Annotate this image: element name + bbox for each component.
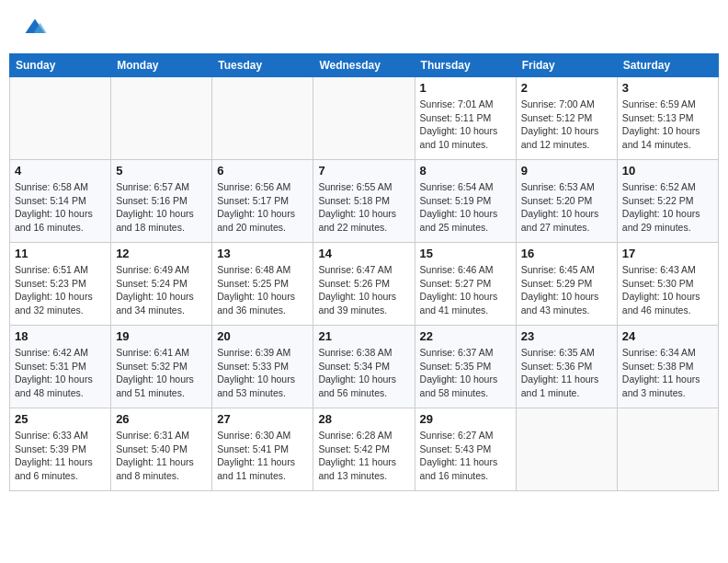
day-info: Sunrise: 7:00 AMSunset: 5:12 PMDaylight:…: [521, 98, 612, 152]
calendar-cell: 7Sunrise: 6:55 AMSunset: 5:18 PMDaylight…: [313, 160, 415, 243]
day-info: Sunrise: 6:42 AMSunset: 5:31 PMDaylight:…: [15, 346, 106, 400]
calendar-cell: 17Sunrise: 6:43 AMSunset: 5:30 PMDayligh…: [617, 243, 718, 326]
day-info: Sunrise: 6:57 AMSunset: 5:16 PMDaylight:…: [116, 180, 207, 235]
day-info: Sunrise: 6:43 AMSunset: 5:30 PMDaylight:…: [622, 263, 713, 317]
week-row-4: 18Sunrise: 6:42 AMSunset: 5:31 PMDayligh…: [10, 326, 719, 408]
day-info: Sunrise: 6:54 AMSunset: 5:19 PMDaylight:…: [420, 180, 511, 235]
logo: [18, 14, 48, 40]
week-row-5: 25Sunrise: 6:33 AMSunset: 5:39 PMDayligh…: [10, 408, 719, 491]
calendar-cell: 22Sunrise: 6:37 AMSunset: 5:35 PMDayligh…: [415, 326, 516, 408]
calendar-cell: 13Sunrise: 6:48 AMSunset: 5:25 PMDayligh…: [212, 243, 313, 326]
day-info: Sunrise: 6:55 AMSunset: 5:18 PMDaylight:…: [318, 180, 409, 235]
calendar-cell: 20Sunrise: 6:39 AMSunset: 5:33 PMDayligh…: [212, 326, 313, 408]
calendar-cell: 4Sunrise: 6:58 AMSunset: 5:14 PMDaylight…: [10, 160, 111, 243]
calendar-cell: [313, 77, 415, 160]
day-info: Sunrise: 6:37 AMSunset: 5:35 PMDaylight:…: [420, 346, 511, 400]
day-number: 1: [420, 81, 511, 95]
day-info: Sunrise: 6:27 AMSunset: 5:43 PMDaylight:…: [420, 429, 511, 483]
calendar-cell: 6Sunrise: 6:56 AMSunset: 5:17 PMDaylight…: [212, 160, 313, 243]
day-info: Sunrise: 6:51 AMSunset: 5:23 PMDaylight:…: [15, 263, 106, 317]
calendar-cell: [212, 77, 313, 160]
day-number: 11: [15, 247, 106, 260]
day-number: 4: [15, 164, 106, 178]
day-number: 25: [15, 412, 106, 426]
day-info: Sunrise: 6:59 AMSunset: 5:13 PMDaylight:…: [622, 98, 713, 152]
calendar-cell: 9Sunrise: 6:53 AMSunset: 5:20 PMDaylight…: [516, 160, 617, 243]
header: [9, 9, 719, 44]
day-header-wednesday: Wednesday: [313, 54, 415, 77]
day-number: 6: [217, 164, 308, 178]
calendar-cell: 5Sunrise: 6:57 AMSunset: 5:16 PMDaylight…: [111, 160, 212, 243]
day-number: 29: [420, 412, 511, 426]
day-info: Sunrise: 6:45 AMSunset: 5:29 PMDaylight:…: [521, 263, 612, 317]
calendar-header-row: SundayMondayTuesdayWednesdayThursdayFrid…: [10, 54, 719, 77]
calendar-cell: 3Sunrise: 6:59 AMSunset: 5:13 PMDaylight…: [617, 77, 718, 160]
day-info: Sunrise: 6:53 AMSunset: 5:20 PMDaylight:…: [521, 180, 612, 235]
day-info: Sunrise: 6:33 AMSunset: 5:39 PMDaylight:…: [15, 429, 106, 483]
day-number: 10: [622, 164, 713, 178]
day-number: 12: [116, 247, 207, 260]
day-number: 9: [521, 164, 612, 178]
day-number: 23: [521, 329, 612, 343]
calendar-cell: 29Sunrise: 6:27 AMSunset: 5:43 PMDayligh…: [415, 408, 516, 491]
day-info: Sunrise: 6:58 AMSunset: 5:14 PMDaylight:…: [15, 180, 106, 235]
calendar-cell: 16Sunrise: 6:45 AMSunset: 5:29 PMDayligh…: [516, 243, 617, 326]
calendar-cell: 25Sunrise: 6:33 AMSunset: 5:39 PMDayligh…: [10, 408, 111, 491]
day-info: Sunrise: 6:41 AMSunset: 5:32 PMDaylight:…: [116, 346, 207, 400]
day-info: Sunrise: 6:52 AMSunset: 5:22 PMDaylight:…: [622, 180, 713, 235]
day-info: Sunrise: 6:47 AMSunset: 5:26 PMDaylight:…: [318, 263, 409, 317]
day-header-tuesday: Tuesday: [212, 54, 313, 77]
calendar-cell: 12Sunrise: 6:49 AMSunset: 5:24 PMDayligh…: [111, 243, 212, 326]
calendar-cell: 8Sunrise: 6:54 AMSunset: 5:19 PMDaylight…: [415, 160, 516, 243]
day-number: 2: [521, 81, 612, 95]
calendar-cell: 28Sunrise: 6:28 AMSunset: 5:42 PMDayligh…: [313, 408, 415, 491]
day-number: 19: [116, 329, 207, 343]
calendar-cell: [617, 408, 718, 491]
day-info: Sunrise: 6:46 AMSunset: 5:27 PMDaylight:…: [420, 263, 511, 317]
calendar-cell: 27Sunrise: 6:30 AMSunset: 5:41 PMDayligh…: [212, 408, 313, 491]
day-number: 18: [15, 329, 106, 343]
calendar-cell: 26Sunrise: 6:31 AMSunset: 5:40 PMDayligh…: [111, 408, 212, 491]
calendar-cell: 1Sunrise: 7:01 AMSunset: 5:11 PMDaylight…: [415, 77, 516, 160]
calendar-cell: 15Sunrise: 6:46 AMSunset: 5:27 PMDayligh…: [415, 243, 516, 326]
calendar-cell: 21Sunrise: 6:38 AMSunset: 5:34 PMDayligh…: [313, 326, 415, 408]
calendar-cell: 23Sunrise: 6:35 AMSunset: 5:36 PMDayligh…: [516, 326, 617, 408]
calendar-cell: [516, 408, 617, 491]
calendar-cell: 18Sunrise: 6:42 AMSunset: 5:31 PMDayligh…: [10, 326, 111, 408]
day-info: Sunrise: 6:34 AMSunset: 5:38 PMDaylight:…: [622, 346, 713, 400]
calendar-cell: 10Sunrise: 6:52 AMSunset: 5:22 PMDayligh…: [617, 160, 718, 243]
day-number: 7: [318, 164, 409, 178]
calendar: SundayMondayTuesdayWednesdayThursdayFrid…: [9, 53, 719, 491]
day-number: 20: [217, 329, 308, 343]
day-header-thursday: Thursday: [415, 54, 516, 77]
day-header-sunday: Sunday: [10, 54, 111, 77]
week-row-3: 11Sunrise: 6:51 AMSunset: 5:23 PMDayligh…: [10, 243, 719, 326]
day-number: 28: [318, 412, 409, 426]
day-info: Sunrise: 6:56 AMSunset: 5:17 PMDaylight:…: [217, 180, 308, 235]
day-number: 21: [318, 329, 409, 343]
day-info: Sunrise: 6:49 AMSunset: 5:24 PMDaylight:…: [116, 263, 207, 317]
calendar-cell: 11Sunrise: 6:51 AMSunset: 5:23 PMDayligh…: [10, 243, 111, 326]
day-header-saturday: Saturday: [617, 54, 718, 77]
day-header-monday: Monday: [111, 54, 212, 77]
day-info: Sunrise: 7:01 AMSunset: 5:11 PMDaylight:…: [420, 98, 511, 152]
calendar-cell: 19Sunrise: 6:41 AMSunset: 5:32 PMDayligh…: [111, 326, 212, 408]
day-number: 13: [217, 247, 308, 260]
day-info: Sunrise: 6:31 AMSunset: 5:40 PMDaylight:…: [116, 429, 207, 483]
day-number: 27: [217, 412, 308, 426]
day-number: 14: [318, 247, 409, 260]
day-number: 3: [622, 81, 713, 95]
calendar-cell: [111, 77, 212, 160]
day-info: Sunrise: 6:35 AMSunset: 5:36 PMDaylight:…: [521, 346, 612, 400]
calendar-cell: 14Sunrise: 6:47 AMSunset: 5:26 PMDayligh…: [313, 243, 415, 326]
day-number: 8: [420, 164, 511, 178]
day-info: Sunrise: 6:28 AMSunset: 5:42 PMDaylight:…: [318, 429, 409, 483]
day-number: 26: [116, 412, 207, 426]
day-number: 16: [521, 247, 612, 260]
day-info: Sunrise: 6:38 AMSunset: 5:34 PMDaylight:…: [318, 346, 409, 400]
calendar-cell: [10, 77, 111, 160]
week-row-2: 4Sunrise: 6:58 AMSunset: 5:14 PMDaylight…: [10, 160, 719, 243]
logo-icon: [22, 14, 48, 40]
day-number: 5: [116, 164, 207, 178]
calendar-cell: 2Sunrise: 7:00 AMSunset: 5:12 PMDaylight…: [516, 77, 617, 160]
